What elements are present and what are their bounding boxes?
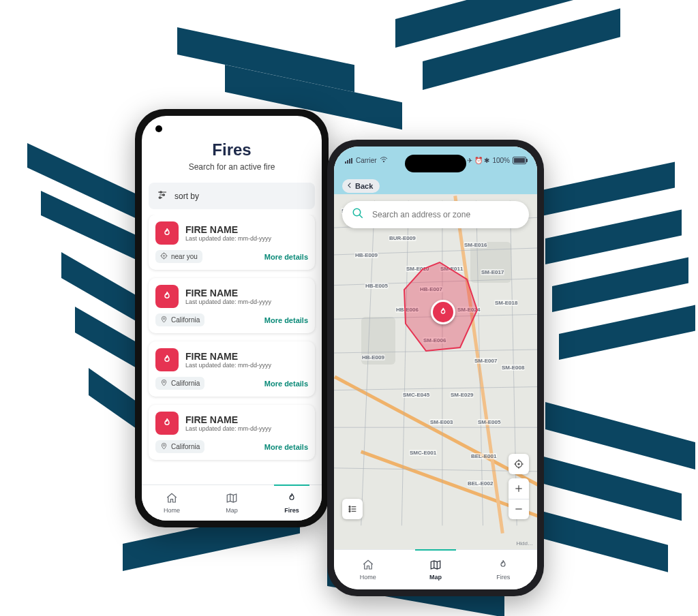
- page-subtitle: Search for an active fire: [150, 162, 314, 172]
- location-chip: California: [155, 313, 204, 326]
- home-icon: [362, 559, 374, 572]
- location-chip: near you: [155, 250, 202, 263]
- layers-icon: [347, 504, 358, 514]
- fires-header: Fires Search for an active fire: [142, 116, 322, 177]
- tab-home[interactable]: Home: [142, 485, 202, 521]
- location-icon: [160, 442, 168, 451]
- zone-label: HB-E009: [361, 354, 385, 360]
- fire-updated: Last updated date: mm-dd-yyyy: [185, 298, 271, 305]
- phone-android: Fires Search for an active fire sort by …: [135, 109, 329, 527]
- zone-label: SM-E024: [457, 307, 481, 313]
- more-details-link[interactable]: More details: [264, 316, 308, 324]
- zone-label: SMC-E045: [402, 392, 430, 398]
- map-search-input[interactable]: [371, 209, 519, 220]
- fire-name: FIRE NAME: [185, 351, 271, 362]
- svg-line-20: [334, 387, 537, 390]
- svg-point-4: [164, 256, 164, 256]
- zone-label: SM-E011: [440, 266, 464, 272]
- tab-map[interactable]: Map: [202, 485, 262, 521]
- location-icon: [160, 315, 168, 324]
- zone-label: SM-E006: [423, 337, 446, 343]
- zone-label: SMC-E001: [409, 450, 437, 456]
- home-icon: [166, 492, 178, 506]
- more-details-link[interactable]: More details: [264, 253, 308, 261]
- svg-point-40: [349, 506, 350, 508]
- tab-label: Fires: [496, 574, 510, 581]
- zone-label: SM-E029: [450, 392, 474, 398]
- flame-icon: [155, 348, 179, 371]
- tab-fires[interactable]: Fires: [262, 485, 322, 521]
- locate-button[interactable]: [509, 454, 529, 474]
- sort-bar[interactable]: sort by: [149, 183, 315, 209]
- fire-updated: Last updated date: mm-dd-yyyy: [185, 362, 271, 369]
- tab-label: Map: [226, 507, 238, 514]
- svg-point-32: [518, 463, 519, 465]
- svg-point-9: [163, 318, 164, 319]
- svg-line-19: [334, 350, 537, 353]
- search-icon: [352, 207, 364, 222]
- fire-card[interactable]: FIRE NAME Last updated date: mm-dd-yyyy …: [149, 278, 315, 333]
- chip-label: California: [171, 443, 200, 450]
- location-icon: [160, 379, 168, 388]
- back-button[interactable]: Back: [342, 179, 380, 193]
- plus-icon: [513, 483, 524, 494]
- chevron-left-icon: [346, 182, 353, 190]
- sort-icon: [157, 189, 168, 202]
- fire-list[interactable]: FIRE NAME Last updated date: mm-dd-yyyy …: [142, 215, 322, 484]
- svg-line-23: [361, 200, 375, 525]
- flame-icon: [155, 285, 179, 308]
- layers-button[interactable]: [342, 499, 363, 519]
- zone-label: HB-E009: [354, 252, 378, 258]
- svg-line-27: [510, 200, 517, 525]
- map-canvas[interactable]: SM-E005BUR-E005BUR-E003SM-E021BUR-E009SM…: [334, 147, 537, 549]
- fire-name: FIRE NAME: [185, 288, 271, 298]
- zone-label: SM-E018: [494, 300, 518, 306]
- svg-line-22: [334, 468, 537, 472]
- phone-ios: Carrier ✈ ⏰ ✱ 100%: [327, 140, 544, 596]
- chip-label: California: [171, 316, 200, 324]
- tab-label: Home: [360, 574, 376, 581]
- map-icon: [429, 559, 442, 572]
- chip-label: California: [171, 380, 200, 387]
- dynamic-island: [405, 155, 466, 172]
- zone-label: BEL-E002: [467, 480, 494, 487]
- tab-label: Map: [429, 574, 442, 581]
- fire-card[interactable]: FIRE NAME Last updated date: mm-dd-yyyy …: [149, 215, 315, 270]
- page-title: Fires: [150, 140, 314, 159]
- location-chip: California: [155, 377, 204, 390]
- zone-label: HB-E005: [365, 283, 389, 289]
- more-details-link[interactable]: More details: [264, 380, 308, 388]
- chip-label: near you: [171, 253, 198, 260]
- fire-card[interactable]: FIRE NAME Last updated date: mm-dd-yyyy …: [149, 405, 315, 460]
- map-attribution: Hidd…: [517, 540, 533, 546]
- fire-updated: Last updated date: mm-dd-yyyy: [185, 235, 271, 242]
- svg-line-24: [401, 200, 408, 525]
- tab-fires[interactable]: Fires: [470, 550, 537, 589]
- zoom-out-button[interactable]: [509, 499, 529, 520]
- zone-label: SM-E008: [501, 365, 525, 371]
- zone-label: SM-E005: [477, 419, 501, 425]
- fire-marker[interactable]: [431, 300, 455, 324]
- zone-label: SM-E010: [406, 266, 429, 272]
- tab-label: Home: [164, 507, 180, 514]
- flame-icon: [155, 412, 179, 435]
- zone-label: SM-E016: [464, 242, 487, 248]
- zone-label: SM-E017: [481, 269, 504, 275]
- fire-name: FIRE NAME: [185, 414, 271, 425]
- ios-tab-bar: Home Map Fires: [334, 549, 537, 589]
- svg-point-29: [353, 209, 361, 216]
- target-icon: [160, 252, 168, 261]
- svg-line-30: [359, 215, 363, 218]
- map-search[interactable]: [342, 201, 529, 228]
- tab-home[interactable]: Home: [334, 550, 401, 589]
- tab-label: Fires: [284, 507, 299, 514]
- tab-map[interactable]: Map: [401, 550, 469, 589]
- flame-icon: [497, 559, 509, 572]
- fire-card[interactable]: FIRE NAME Last updated date: mm-dd-yyyy …: [149, 341, 315, 397]
- location-chip: California: [155, 440, 204, 453]
- more-details-link[interactable]: More details: [264, 443, 308, 451]
- zoom-in-button[interactable]: [509, 478, 529, 499]
- zoom-control: [509, 478, 529, 519]
- svg-point-44: [349, 510, 350, 512]
- flame-icon: [286, 492, 298, 506]
